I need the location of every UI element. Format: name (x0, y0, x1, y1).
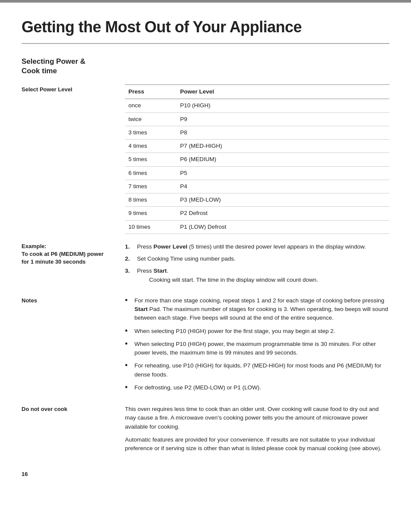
page-title: Getting the Most Out of Your Appliance (22, 16, 389, 44)
steps-list: 1. Press Power Level (5 times) until the… (125, 243, 389, 284)
bullet-icon-5: • (125, 383, 131, 392)
press-cell: 5 times (125, 153, 177, 166)
power-level-cell: P4 (177, 180, 389, 193)
power-level-cell: P6 (MEDIUM) (177, 153, 389, 166)
example-left: Example:To cook at P6 (MEDIUM) powerfor … (22, 243, 125, 288)
step-3: 3. Press Start. Cooking will start. The … (125, 267, 389, 284)
donotcook-section: Do not over cook This oven requires less… (22, 405, 389, 457)
press-cell: 3 times (125, 126, 177, 139)
power-level-cell: P9 (177, 112, 389, 126)
notes-label: Notes (22, 296, 116, 305)
power-level-cell: P10 (HIGH) (177, 99, 389, 112)
col-press: Press (125, 85, 177, 99)
note-5: • For defrosting, use P2 (MED-LOW) or P1… (125, 383, 389, 392)
table-row: 3 timesP8 (125, 126, 389, 139)
table-row: 10 timesP1 (LOW) Defrost (125, 220, 389, 233)
note-3: • When selecting P10 (HIGH) power, the m… (125, 340, 389, 358)
notes-left: Notes (22, 296, 125, 396)
bullet-icon-2: • (125, 327, 131, 336)
press-cell: 10 times (125, 220, 177, 233)
note-1: • For more than one stage cooking, repea… (125, 296, 389, 323)
select-power-label: Select Power Level (22, 85, 116, 94)
donotcook-para-2: Automatic features are provided for your… (125, 436, 389, 453)
table-row: 7 timesP4 (125, 180, 389, 193)
power-table: Press Power Level onceP10 (HIGH)twiceP93… (125, 84, 389, 234)
donotcook-label: Do not over cook (22, 405, 116, 414)
section-heading: Selecting Power &Cook time (22, 57, 389, 76)
col-power-level: Power Level (177, 85, 389, 99)
example-right: 1. Press Power Level (5 times) until the… (125, 243, 389, 288)
table-row: 4 timesP7 (MED-HIGH) (125, 140, 389, 153)
press-cell: 6 times (125, 166, 177, 180)
table-row: 6 timesP5 (125, 166, 389, 180)
table-row: 5 timesP6 (MEDIUM) (125, 153, 389, 166)
note-2: • When selecting P10 (HIGH) power for th… (125, 327, 389, 336)
press-cell: 7 times (125, 180, 177, 193)
press-cell: 8 times (125, 193, 177, 207)
table-row: onceP10 (HIGH) (125, 99, 389, 112)
table-row: 9 timesP2 Defrost (125, 207, 389, 220)
press-cell: twice (125, 112, 177, 126)
donotcook-para-1: This oven requires less time to cook tha… (125, 405, 389, 431)
step-2: 2. Set Cooking Time using number pads. (125, 255, 389, 263)
power-level-cell: P2 Defrost (177, 207, 389, 220)
power-level-cell: P1 (LOW) Defrost (177, 220, 389, 233)
example-label: Example:To cook at P6 (MEDIUM) powerfor … (22, 243, 116, 266)
bullet-icon-4: • (125, 361, 131, 370)
press-cell: once (125, 99, 177, 112)
power-level-cell: P5 (177, 166, 389, 180)
step-1: 1. Press Power Level (5 times) until the… (125, 243, 389, 251)
power-table-left: Select Power Level (22, 84, 125, 234)
notes-list: • For more than one stage cooking, repea… (125, 296, 389, 392)
donotcook-right: This oven requires less time to cook tha… (125, 405, 389, 457)
page-content: Getting the Most Out of Your Appliance S… (0, 3, 411, 496)
table-row: 8 timesP3 (MED-LOW) (125, 193, 389, 207)
note-4: • For reheating, use P10 (HIGH) for liqu… (125, 361, 389, 379)
donotcook-left: Do not over cook (22, 405, 125, 457)
bullet-icon-1: • (125, 296, 131, 305)
power-level-cell: P7 (MED-HIGH) (177, 140, 389, 153)
notes-right: • For more than one stage cooking, repea… (125, 296, 389, 396)
page-number: 16 (22, 470, 389, 479)
power-level-cell: P8 (177, 126, 389, 139)
table-row: twiceP9 (125, 112, 389, 126)
press-cell: 9 times (125, 207, 177, 220)
example-section: Example:To cook at P6 (MEDIUM) powerfor … (22, 243, 389, 288)
power-table-section: Select Power Level Press Power Level onc… (22, 84, 389, 234)
power-level-cell: P3 (MED-LOW) (177, 193, 389, 207)
power-table-right: Press Power Level onceP10 (HIGH)twiceP93… (125, 84, 389, 234)
notes-section: Notes • For more than one stage cooking,… (22, 296, 389, 396)
press-cell: 4 times (125, 140, 177, 153)
bullet-icon-3: • (125, 340, 131, 348)
